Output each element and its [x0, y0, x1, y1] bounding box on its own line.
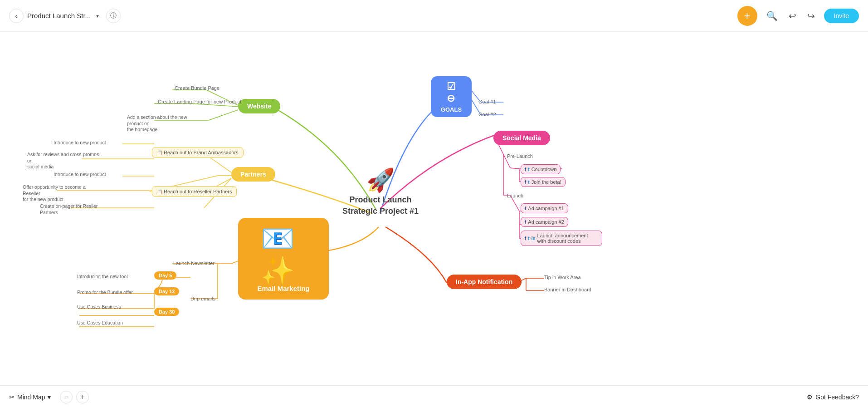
goal2-label[interactable]: Goal #2 [478, 112, 496, 117]
social-adcampaign2[interactable]: f Ad campaign #2 [521, 217, 568, 227]
rocket-icon: 🚀 [366, 167, 395, 193]
email-item4-label[interactable]: Use Cases Education [77, 320, 123, 326]
twitter-icon: t [528, 167, 529, 172]
social-adcampaign1[interactable]: f Ad campaign #1 [521, 203, 568, 213]
twitter-icon3: t [528, 236, 529, 241]
email-day3[interactable]: Day 30 [154, 308, 179, 316]
partners-item1[interactable]: Introduce to new product [54, 140, 106, 146]
website-item1[interactable]: Create Bundle Page [175, 85, 219, 91]
redo-button[interactable]: ↪ [805, 9, 817, 23]
facebook-icon4: f [525, 220, 526, 225]
goals-node[interactable]: ☑⊖ GOALS [431, 76, 472, 117]
facebook-icon2: f [525, 180, 526, 185]
email-illustration: 📧✨ [261, 222, 306, 287]
launch-newsletter[interactable]: Launch Newsletter [173, 261, 215, 266]
header-left: ‹ Product Launch Str... ▾ ⓘ [9, 9, 121, 23]
website-node[interactable]: Website [238, 99, 280, 113]
social-media-node[interactable]: Social Media [493, 131, 550, 145]
linkedin-icon: in [532, 236, 536, 241]
title-dropdown-icon[interactable]: ▾ [96, 13, 99, 19]
center-title: Product LaunchStrategic Project #1 [342, 194, 419, 217]
feedback-icon: ⚙ [807, 393, 813, 401]
zoom-controls: − + [60, 391, 89, 403]
social-media-label: Social Media [502, 134, 541, 142]
partners-label: Partners [240, 171, 266, 178]
feedback-button[interactable]: ⚙ Got Feedback? [807, 393, 859, 401]
twitter-icon2: t [528, 180, 529, 185]
mindmap-button[interactable]: ✂ Mind Map ▾ [9, 393, 51, 401]
email-item3-label[interactable]: Use Cases Business [77, 304, 121, 310]
email-node[interactable]: 📧✨ Email Marketing [238, 218, 329, 300]
partners-item2[interactable]: Ask for reviews and cross-promos onsocia… [27, 152, 100, 170]
app-header: ‹ Product Launch Str... ▾ ⓘ + 🔍 ↩ ↪ Invi… [0, 0, 868, 32]
back-button[interactable]: ‹ [9, 9, 24, 23]
inapp-item1[interactable]: Tip in Work Area [544, 275, 581, 280]
goals-label: GOALS [441, 106, 462, 113]
inapp-node[interactable]: In-App Notification [447, 275, 522, 289]
inapp-item2[interactable]: Banner in Dashboard [544, 287, 591, 292]
email-day1[interactable]: Day 5 [154, 271, 176, 280]
email-day2[interactable]: Day 12 [154, 287, 179, 295]
svg-line-22 [510, 168, 519, 169]
svg-line-6 [209, 110, 238, 120]
facebook-icon5: f [525, 236, 526, 241]
info-button[interactable]: ⓘ [106, 9, 121, 23]
social-launch-announce[interactable]: f t in Launch announcement with discount… [521, 231, 602, 246]
website-item3[interactable]: Add a section about the new product onth… [127, 114, 200, 133]
project-title[interactable]: Product Launch Str... [27, 12, 91, 20]
social-countdown[interactable]: f t Countdown [521, 164, 561, 174]
mindmap-icon: ✂ [9, 393, 15, 401]
social-prelaunch: Pre-Launch [507, 153, 533, 159]
zoom-in-button[interactable]: + [76, 391, 89, 403]
partners-item3[interactable]: Introduce to new product [54, 172, 106, 178]
mindmap-canvas: 🚀 Product LaunchStrategic Project #1 ☑⊖ … [0, 32, 868, 385]
drip-emails[interactable]: Drip emails [190, 296, 215, 301]
header-right: + 🔍 ↩ ↪ Invite [737, 6, 859, 26]
email-item1-label[interactable]: Introducing the new tool [77, 274, 128, 280]
search-button[interactable]: 🔍 [765, 9, 780, 23]
partners-sub2[interactable]: 📋 Reach out to Reseller Partners [152, 186, 237, 197]
social-joinbeta[interactable]: f t Join the beta! [521, 177, 566, 187]
facebook-icon3: f [525, 206, 526, 211]
goals-icon: ☑⊖ [447, 81, 456, 104]
invite-button[interactable]: Invite [824, 9, 859, 23]
svg-line-34 [231, 261, 238, 264]
undo-button[interactable]: ↩ [787, 9, 798, 23]
goal1-label[interactable]: Goal #1 [478, 99, 496, 104]
email-item2-label[interactable]: Promo for the Bundle offer [77, 290, 133, 296]
partners-node[interactable]: Partners [231, 167, 275, 182]
add-button[interactable]: + [737, 6, 757, 26]
feedback-label: Got Feedback? [815, 393, 859, 401]
zoom-out-button[interactable]: − [60, 391, 73, 403]
inapp-label: In-App Notification [456, 278, 512, 285]
partners-item4[interactable]: Offer opportunity to become a Resellerfo… [23, 184, 95, 203]
facebook-icon: f [525, 167, 526, 172]
center-node[interactable]: Product LaunchStrategic Project #1 [342, 194, 419, 217]
website-item2[interactable]: Create Landing Page for new Product [158, 99, 241, 104]
app-footer: ✂ Mind Map ▾ − + ⚙ Got Feedback? [0, 385, 868, 408]
mindmap-label: Mind Map [17, 393, 45, 401]
website-label: Website [247, 103, 271, 110]
social-launch: Launch [507, 193, 523, 198]
partners-item5[interactable]: Create on-pager for Resller Partners [40, 203, 112, 216]
partners-sub1[interactable]: 📋 Reach out to Brand Ambassadors [152, 147, 244, 158]
mindmap-dropdown-icon[interactable]: ▾ [48, 393, 51, 401]
